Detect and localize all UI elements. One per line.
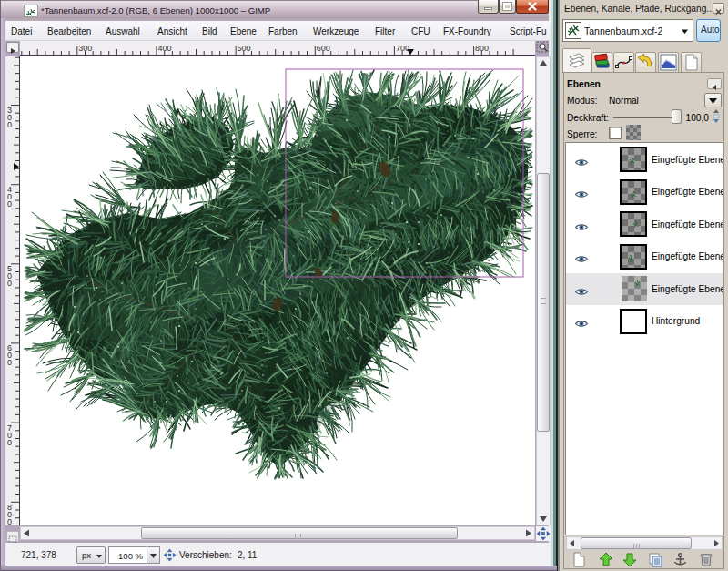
svg-text:0: 0 <box>7 438 12 447</box>
svg-text:0: 0 <box>7 279 12 288</box>
svg-text:0: 0 <box>7 517 12 525</box>
svg-text:0: 0 <box>7 120 12 129</box>
svg-text:0: 0 <box>7 358 12 367</box>
svg-text:0: 0 <box>7 199 12 209</box>
